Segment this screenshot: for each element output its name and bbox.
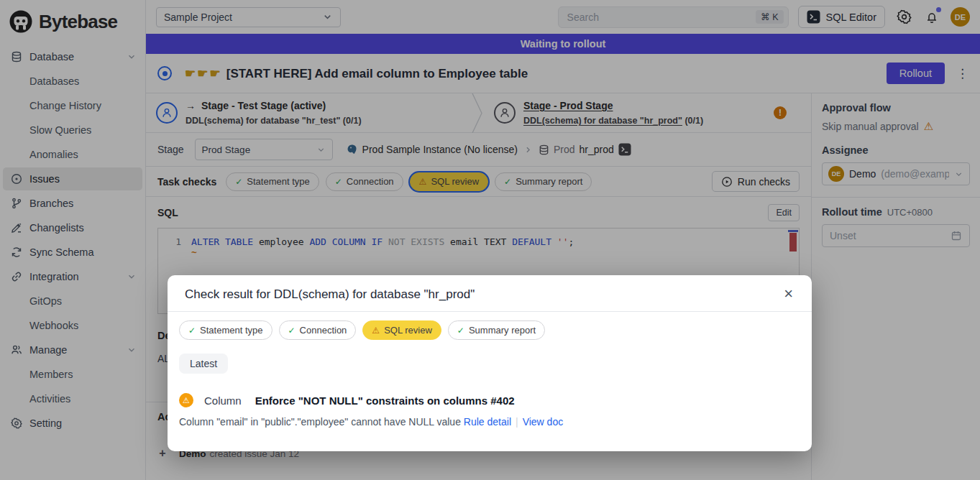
view-doc-link[interactable]: View doc — [523, 416, 564, 428]
latest-button[interactable]: Latest — [179, 354, 228, 374]
check-result-modal: Check result for DDL(schema) for databas… — [168, 275, 812, 451]
modal-check-pills: ✓Statement type ✓Connection ⚠SQL review … — [179, 320, 800, 340]
check-result-row: ⚠ Column Enforce "NOT NULL" constraints … — [179, 393, 800, 407]
close-icon[interactable]: × — [784, 286, 793, 302]
check-pill-statement-type[interactable]: ✓Statement type — [179, 320, 273, 340]
result-rule-title: Enforce "NOT NULL" constraints on column… — [255, 394, 515, 407]
app-root: Bytebase Database Databases Change Histo… — [0, 0, 980, 480]
rule-detail-link[interactable]: Rule detail — [464, 416, 511, 428]
check-pass-icon: ✓ — [188, 326, 196, 336]
check-pass-icon: ✓ — [288, 326, 296, 336]
check-warning-icon: ⚠ — [372, 326, 380, 336]
result-detail: Column "email" in "public"."employee" ca… — [179, 416, 800, 428]
result-category: Column — [204, 394, 242, 407]
check-pill-sql-review[interactable]: ⚠SQL review — [362, 320, 441, 340]
link-separator: | — [516, 416, 518, 428]
modal-title: Check result for DDL(schema) for databas… — [185, 287, 475, 301]
check-pass-icon: ✓ — [457, 326, 464, 336]
check-pill-connection[interactable]: ✓Connection — [279, 320, 357, 340]
check-pill-summary-report[interactable]: ✓Summary report — [448, 320, 545, 340]
warning-circle-icon: ⚠ — [179, 393, 193, 407]
